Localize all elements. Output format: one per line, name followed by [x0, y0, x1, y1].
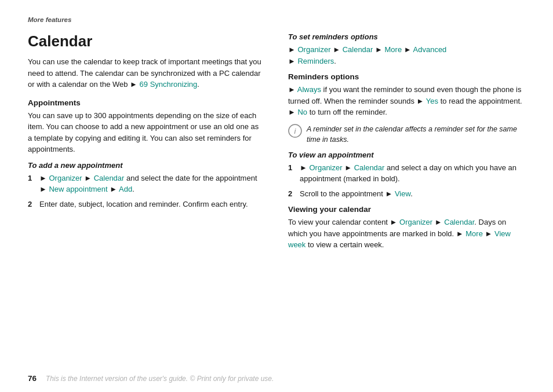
view-step-1: 1 ► Organizer ► Calendar and select a da… [288, 162, 525, 185]
footer-page-num: 76 [28, 374, 37, 383]
viewing-heading: Viewing your calendar [288, 205, 525, 214]
advanced-link-rem[interactable]: Advanced [413, 45, 447, 54]
view-step-num-1: 1 [288, 162, 295, 185]
step-num-1: 1 [28, 173, 35, 195]
set-reminders-steps: ► Organizer ► Calendar ► More ► Advanced… [288, 44, 525, 67]
view-step-2-content: Scroll to the appointment ► View. [300, 188, 413, 200]
new-appointment-link[interactable]: New appointment [49, 185, 107, 193]
add-appointment-steps: 1 ► Organizer ► Calendar and select the … [28, 173, 265, 210]
calendar-link-view[interactable]: Calendar [354, 163, 385, 172]
organizer-link-1[interactable]: Organizer [49, 174, 82, 182]
intro-link[interactable]: 69 Synchronizing [140, 80, 198, 89]
yes-link[interactable]: Yes [426, 97, 438, 105]
footer: 76 This is the Internet version of the u… [28, 374, 525, 383]
no-link[interactable]: No [297, 108, 307, 116]
main-content: Calendar You can use the calendar to kee… [28, 32, 525, 257]
viewing-text: To view your calendar content ► Organize… [288, 217, 525, 251]
calendar-link-rem[interactable]: Calendar [343, 45, 373, 54]
reminders-step-2: ► Reminders. [288, 56, 525, 67]
step-1: 1 ► Organizer ► Calendar and select the … [28, 173, 265, 195]
always-link[interactable]: Always [297, 85, 321, 94]
footer-text: This is the Internet version of the user… [46, 375, 274, 383]
left-column: Calendar You can use the calendar to kee… [28, 32, 265, 257]
page: More features Calendar You can use the c… [0, 0, 553, 392]
more-link-vc[interactable]: More [465, 229, 483, 238]
view-step-1-content: ► Organizer ► Calendar and select a day … [300, 162, 525, 185]
organizer-link-rem[interactable]: Organizer [297, 45, 330, 54]
view-step-2: 2 Scroll to the appointment ► View. [288, 188, 525, 200]
step-2: 2 Enter date, subject, location and remi… [28, 199, 265, 210]
intro-suffix: . [197, 80, 199, 89]
add-link[interactable]: Add [119, 185, 132, 193]
add-appointment-heading: To add a new appointment [28, 161, 265, 170]
appointments-text: You can save up to 300 appointments depe… [28, 110, 265, 155]
step-num-2: 2 [28, 199, 35, 210]
reminders-options-heading: Reminders options [288, 72, 525, 81]
intro-paragraph: You can use the calendar to keep track o… [28, 56, 265, 90]
set-reminders-heading: To set reminders options [288, 32, 525, 41]
header-label: More features [28, 16, 71, 23]
organizer-link-view[interactable]: Organizer [309, 163, 342, 172]
note-box: i A reminder set in the calendar affects… [288, 124, 525, 145]
reminders-link[interactable]: Reminders [297, 57, 334, 65]
svg-text:i: i [294, 126, 297, 135]
calendar-link-1[interactable]: Calendar [94, 174, 125, 182]
appointments-heading: Appointments [28, 98, 265, 107]
page-title: Calendar [28, 32, 265, 50]
reminders-options-text: ► Always if you want the reminder to sou… [288, 84, 525, 118]
view-appointment-steps: 1 ► Organizer ► Calendar and select a da… [288, 162, 525, 200]
step-1-content: ► Organizer ► Calendar and select the da… [39, 173, 265, 195]
reminders-step-1: ► Organizer ► Calendar ► More ► Advanced [288, 44, 525, 56]
organizer-link-vc[interactable]: Organizer [399, 218, 432, 226]
header-bar: More features [28, 16, 525, 23]
step-2-content: Enter date, subject, location and remind… [39, 199, 248, 210]
view-appointment-heading: To view an appointment [288, 151, 525, 159]
note-icon: i [288, 124, 302, 138]
note-text: A reminder set in the calendar affects a… [307, 124, 525, 145]
right-column: To set reminders options ► Organizer ► C… [288, 32, 525, 257]
view-step-num-2: 2 [288, 188, 295, 200]
calendar-link-vc[interactable]: Calendar [444, 218, 474, 226]
view-link[interactable]: View [395, 189, 410, 198]
more-link-rem[interactable]: More [385, 45, 402, 54]
